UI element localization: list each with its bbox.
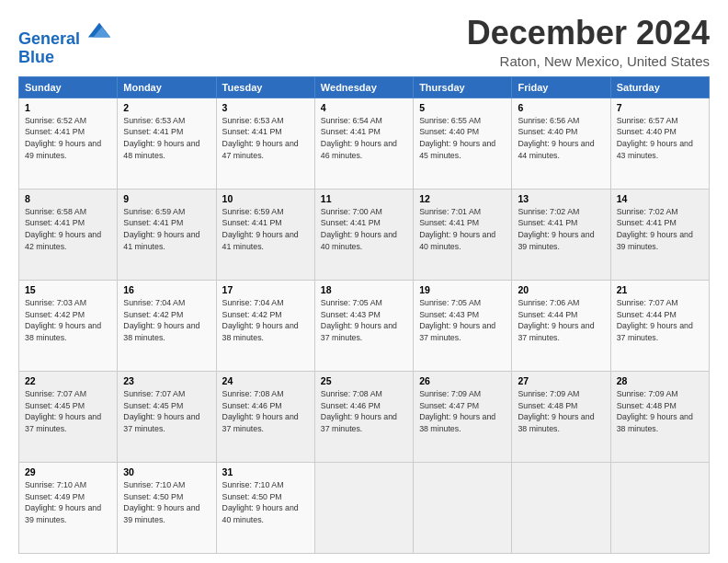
day-info: Sunrise: 7:03 AMSunset: 4:42 PMDaylight:… [25, 298, 101, 342]
day-info: Sunrise: 6:52 AMSunset: 4:41 PMDaylight:… [25, 116, 101, 160]
day-cell: 8 Sunrise: 6:58 AMSunset: 4:41 PMDayligh… [19, 189, 118, 280]
day-number: 17 [222, 284, 309, 295]
day-number: 20 [518, 284, 604, 295]
day-cell: 25 Sunrise: 7:08 AMSunset: 4:46 PMDaylig… [314, 371, 413, 462]
day-info: Sunrise: 6:53 AMSunset: 4:41 PMDaylight:… [123, 116, 199, 160]
logo: General Blue [18, 18, 112, 67]
day-info: Sunrise: 7:07 AMSunset: 4:45 PMDaylight:… [25, 389, 101, 433]
day-number: 18 [321, 284, 407, 295]
day-cell: 12 Sunrise: 7:01 AMSunset: 4:41 PMDaylig… [414, 189, 512, 280]
day-info: Sunrise: 7:07 AMSunset: 4:45 PMDaylight:… [123, 389, 199, 433]
day-number: 7 [617, 102, 703, 113]
day-cell: 19 Sunrise: 7:05 AMSunset: 4:43 PMDaylig… [414, 280, 512, 371]
day-number: 21 [617, 284, 703, 295]
week-row-1: 8 Sunrise: 6:58 AMSunset: 4:41 PMDayligh… [19, 189, 710, 280]
day-info: Sunrise: 7:00 AMSunset: 4:41 PMDaylight:… [321, 207, 397, 251]
logo-icon [86, 18, 112, 44]
day-number: 13 [518, 193, 604, 204]
day-cell: 26 Sunrise: 7:09 AMSunset: 4:47 PMDaylig… [414, 371, 512, 462]
day-cell [414, 462, 512, 553]
day-cell: 22 Sunrise: 7:07 AMSunset: 4:45 PMDaylig… [19, 371, 118, 462]
col-friday: Friday [512, 76, 610, 98]
day-info: Sunrise: 7:09 AMSunset: 4:48 PMDaylight:… [518, 389, 594, 433]
day-cell: 20 Sunrise: 7:06 AMSunset: 4:44 PMDaylig… [512, 280, 610, 371]
logo-general: General [18, 29, 80, 48]
day-number: 24 [222, 375, 309, 386]
day-info: Sunrise: 6:56 AMSunset: 4:40 PMDaylight:… [518, 116, 594, 160]
col-tuesday: Tuesday [216, 76, 314, 98]
day-info: Sunrise: 6:54 AMSunset: 4:41 PMDaylight:… [321, 116, 397, 160]
header: General Blue December 2024 Raton, New Me… [18, 15, 710, 69]
day-info: Sunrise: 6:57 AMSunset: 4:40 PMDaylight:… [617, 116, 693, 160]
col-saturday: Saturday [610, 76, 709, 98]
day-info: Sunrise: 7:04 AMSunset: 4:42 PMDaylight:… [123, 298, 199, 342]
day-info: Sunrise: 7:07 AMSunset: 4:44 PMDaylight:… [617, 298, 693, 342]
day-info: Sunrise: 7:02 AMSunset: 4:41 PMDaylight:… [518, 207, 594, 251]
day-number: 30 [123, 466, 210, 477]
day-cell: 23 Sunrise: 7:07 AMSunset: 4:45 PMDaylig… [118, 371, 216, 462]
col-wednesday: Wednesday [314, 76, 413, 98]
day-info: Sunrise: 7:10 AMSunset: 4:49 PMDaylight:… [25, 480, 101, 524]
day-number: 10 [222, 193, 309, 204]
day-info: Sunrise: 7:06 AMSunset: 4:44 PMDaylight:… [518, 298, 594, 342]
day-info: Sunrise: 7:09 AMSunset: 4:48 PMDaylight:… [617, 389, 693, 433]
day-number: 11 [321, 193, 407, 204]
day-number: 8 [25, 193, 111, 204]
day-cell: 2 Sunrise: 6:53 AMSunset: 4:41 PMDayligh… [118, 98, 216, 189]
day-number: 23 [123, 375, 210, 386]
title-block: December 2024 Raton, New Mexico, United … [467, 15, 710, 69]
day-cell: 31 Sunrise: 7:10 AMSunset: 4:50 PMDaylig… [216, 462, 314, 553]
day-number: 19 [419, 284, 506, 295]
day-cell [512, 462, 610, 553]
day-cell: 7 Sunrise: 6:57 AMSunset: 4:40 PMDayligh… [610, 98, 709, 189]
day-info: Sunrise: 6:59 AMSunset: 4:41 PMDaylight:… [222, 207, 299, 251]
day-cell [610, 462, 709, 553]
day-number: 14 [617, 193, 703, 204]
day-cell: 10 Sunrise: 6:59 AMSunset: 4:41 PMDaylig… [216, 189, 314, 280]
day-number: 28 [617, 375, 703, 386]
day-cell: 6 Sunrise: 6:56 AMSunset: 4:40 PMDayligh… [512, 98, 610, 189]
day-info: Sunrise: 6:59 AMSunset: 4:41 PMDaylight:… [123, 207, 199, 251]
day-info: Sunrise: 7:05 AMSunset: 4:43 PMDaylight:… [419, 298, 495, 342]
day-cell: 29 Sunrise: 7:10 AMSunset: 4:49 PMDaylig… [19, 462, 118, 553]
day-number: 2 [123, 102, 210, 113]
day-info: Sunrise: 7:01 AMSunset: 4:41 PMDaylight:… [419, 207, 495, 251]
day-number: 31 [222, 466, 309, 477]
col-sunday: Sunday [19, 76, 118, 98]
week-row-3: 22 Sunrise: 7:07 AMSunset: 4:45 PMDaylig… [19, 371, 710, 462]
day-number: 26 [419, 375, 506, 386]
day-info: Sunrise: 7:02 AMSunset: 4:41 PMDaylight:… [617, 207, 693, 251]
calendar-table: Sunday Monday Tuesday Wednesday Thursday… [18, 76, 710, 554]
header-row: Sunday Monday Tuesday Wednesday Thursday… [19, 76, 710, 98]
day-cell: 3 Sunrise: 6:53 AMSunset: 4:41 PMDayligh… [216, 98, 314, 189]
day-cell: 13 Sunrise: 7:02 AMSunset: 4:41 PMDaylig… [512, 189, 610, 280]
logo-text: General [18, 18, 112, 49]
day-info: Sunrise: 6:53 AMSunset: 4:41 PMDaylight:… [222, 116, 299, 160]
day-cell: 28 Sunrise: 7:09 AMSunset: 4:48 PMDaylig… [610, 371, 709, 462]
day-cell: 9 Sunrise: 6:59 AMSunset: 4:41 PMDayligh… [118, 189, 216, 280]
day-cell: 5 Sunrise: 6:55 AMSunset: 4:40 PMDayligh… [414, 98, 512, 189]
day-info: Sunrise: 7:10 AMSunset: 4:50 PMDaylight:… [123, 480, 199, 524]
day-cell: 11 Sunrise: 7:00 AMSunset: 4:41 PMDaylig… [314, 189, 413, 280]
day-number: 16 [123, 284, 210, 295]
day-cell: 18 Sunrise: 7:05 AMSunset: 4:43 PMDaylig… [314, 280, 413, 371]
day-cell: 30 Sunrise: 7:10 AMSunset: 4:50 PMDaylig… [118, 462, 216, 553]
day-number: 1 [25, 102, 111, 113]
day-number: 5 [419, 102, 506, 113]
col-thursday: Thursday [414, 76, 512, 98]
day-number: 25 [321, 375, 407, 386]
day-cell [314, 462, 413, 553]
week-row-2: 15 Sunrise: 7:03 AMSunset: 4:42 PMDaylig… [19, 280, 710, 371]
day-cell: 15 Sunrise: 7:03 AMSunset: 4:42 PMDaylig… [19, 280, 118, 371]
day-info: Sunrise: 7:09 AMSunset: 4:47 PMDaylight:… [419, 389, 495, 433]
day-info: Sunrise: 6:55 AMSunset: 4:40 PMDaylight:… [419, 116, 495, 160]
day-number: 15 [25, 284, 111, 295]
day-info: Sunrise: 7:08 AMSunset: 4:46 PMDaylight:… [222, 389, 299, 433]
day-number: 27 [518, 375, 604, 386]
day-info: Sunrise: 7:08 AMSunset: 4:46 PMDaylight:… [321, 389, 397, 433]
day-number: 22 [25, 375, 111, 386]
day-cell: 27 Sunrise: 7:09 AMSunset: 4:48 PMDaylig… [512, 371, 610, 462]
day-cell: 4 Sunrise: 6:54 AMSunset: 4:41 PMDayligh… [314, 98, 413, 189]
day-number: 29 [25, 466, 111, 477]
day-info: Sunrise: 7:10 AMSunset: 4:50 PMDaylight:… [222, 480, 299, 524]
